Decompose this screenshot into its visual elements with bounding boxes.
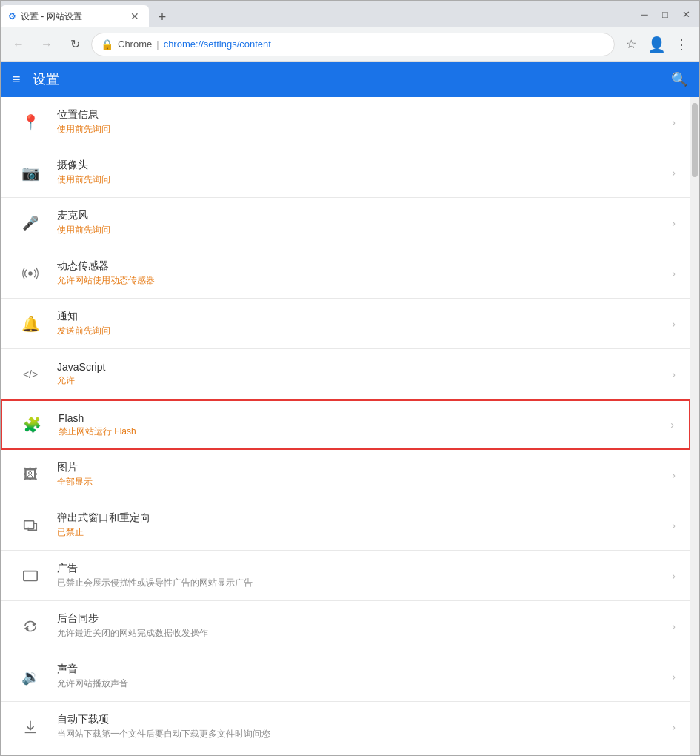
arrow-icon-sensor: › bbox=[672, 268, 676, 279]
item-subtitle-sensor: 允许网站使用动态传感器 bbox=[57, 274, 672, 287]
item-title-javascript: JavaScript bbox=[57, 361, 672, 373]
svg-rect-2 bbox=[24, 571, 37, 580]
item-subtitle-flash: 禁止网站运行 Flash bbox=[59, 425, 670, 438]
arrow-icon-location: › bbox=[672, 116, 676, 128]
profile-button[interactable]: 👤 bbox=[644, 33, 668, 56]
settings-header: ≡ 设置 🔍 bbox=[1, 62, 699, 97]
minimize-button[interactable]: ─ bbox=[634, 4, 655, 24]
maximize-button[interactable]: □ bbox=[655, 4, 676, 24]
address-bar[interactable]: 🔒 Chrome | chrome://settings/content bbox=[91, 33, 615, 56]
sound-icon: 🔉 bbox=[16, 668, 45, 686]
location-icon: 📍 bbox=[16, 113, 45, 131]
javascript-icon: </> bbox=[16, 368, 45, 380]
tab-title: 设置 - 网站设置 bbox=[21, 10, 82, 23]
item-content-microphone: 麦克风 使用前先询问 bbox=[57, 209, 672, 236]
menu-button[interactable]: ⋮ bbox=[670, 33, 693, 56]
content-area: 📍 位置信息 使用前先询问 › 📷 摄像头 使用前先询问 › 🎤 bbox=[1, 97, 699, 755]
settings-item-sound[interactable]: 🔉 声音 允许网站播放声音 › bbox=[1, 651, 690, 702]
window-controls: ─ □ ✕ bbox=[634, 1, 699, 27]
bell-icon: 🔔 bbox=[16, 315, 45, 333]
item-subtitle-javascript: 允许 bbox=[57, 374, 672, 387]
address-url: chrome://settings/content bbox=[164, 39, 271, 50]
item-title-notifications: 通知 bbox=[57, 310, 672, 323]
settings-item-microphone[interactable]: 🎤 麦克风 使用前先询问 › bbox=[1, 198, 690, 248]
arrow-icon-microphone: › bbox=[672, 217, 676, 229]
title-bar: ⚙ 设置 - 网站设置 ✕ + ─ □ ✕ bbox=[1, 1, 699, 27]
active-tab[interactable]: ⚙ 设置 - 网站设置 ✕ bbox=[1, 5, 149, 27]
address-separator: | bbox=[156, 39, 159, 50]
settings-item-camera[interactable]: 📷 摄像头 使用前先询问 › bbox=[1, 147, 690, 198]
settings-item-downloads[interactable]: 自动下载项 当网站下载第一个文件后要自动下载更多文件时询问您 › bbox=[1, 702, 690, 752]
item-subtitle-sync: 允许最近关闭的网站完成数据收发操作 bbox=[57, 627, 672, 640]
ads-icon bbox=[16, 568, 45, 584]
settings-item-notifications[interactable]: 🔔 通知 发送前先询问 › bbox=[1, 299, 690, 349]
bookmark-button[interactable]: ☆ bbox=[619, 33, 643, 56]
camera-icon: 📷 bbox=[16, 164, 45, 182]
item-subtitle-sound: 允许网站播放声音 bbox=[57, 677, 672, 690]
settings-item-sensor[interactable]: 动态传感器 允许网站使用动态传感器 › bbox=[1, 248, 690, 299]
popup-icon bbox=[16, 517, 45, 534]
item-title-sensor: 动态传感器 bbox=[57, 259, 672, 273]
tab-close-button[interactable]: ✕ bbox=[128, 10, 141, 23]
item-title-flash: Flash bbox=[59, 412, 670, 424]
svg-rect-1 bbox=[24, 520, 34, 528]
tab-favicon: ⚙ bbox=[8, 11, 16, 21]
arrow-icon-ads: › bbox=[672, 570, 676, 582]
hamburger-icon[interactable]: ≡ bbox=[13, 72, 21, 87]
settings-list: 📍 位置信息 使用前先询问 › 📷 摄像头 使用前先询问 › 🎤 bbox=[1, 97, 690, 755]
new-tab-button[interactable]: + bbox=[152, 7, 173, 27]
settings-item-plugins[interactable]: 🧩 未经过沙盒屏蔽的插件访问 当网站要使用插件访问您的计算机时询问您 › bbox=[1, 752, 690, 755]
settings-item-images[interactable]: 🖼 图片 全部显示 › bbox=[1, 450, 690, 500]
item-subtitle-notifications: 发送前先询问 bbox=[57, 325, 672, 337]
item-content-sound: 声音 允许网站播放声音 bbox=[57, 663, 672, 690]
item-title-ads: 广告 bbox=[57, 562, 672, 575]
item-content-images: 图片 全部显示 bbox=[57, 461, 672, 488]
item-content-sensor: 动态传感器 允许网站使用动态传感器 bbox=[57, 259, 672, 287]
tab-bar: ⚙ 设置 - 网站设置 ✕ + bbox=[1, 1, 173, 27]
arrow-icon-sound: › bbox=[672, 671, 676, 683]
item-title-microphone: 麦克风 bbox=[57, 209, 672, 222]
address-brand: Chrome bbox=[118, 39, 152, 50]
item-content-flash: Flash 禁止网站运行 Flash bbox=[59, 412, 670, 438]
item-subtitle-images: 全部显示 bbox=[57, 476, 672, 488]
scrollbar[interactable] bbox=[690, 97, 699, 755]
item-subtitle-microphone: 使用前先询问 bbox=[57, 224, 672, 236]
item-content-notifications: 通知 发送前先询问 bbox=[57, 310, 672, 337]
refresh-button[interactable]: ↻ bbox=[63, 33, 87, 56]
item-content-location: 位置信息 使用前先询问 bbox=[57, 108, 672, 136]
settings-item-sync[interactable]: 后台同步 允许最近关闭的网站完成数据收发操作 › bbox=[1, 601, 690, 651]
svg-point-0 bbox=[28, 271, 33, 276]
images-icon: 🖼 bbox=[16, 466, 45, 483]
item-subtitle-downloads: 当网站下载第一个文件后要自动下载更多文件时询问您 bbox=[57, 728, 672, 740]
item-title-popups: 弹出式窗口和重定向 bbox=[57, 511, 672, 525]
item-content-camera: 摄像头 使用前先询问 bbox=[57, 159, 672, 186]
settings-title: 设置 bbox=[33, 70, 59, 88]
scrollbar-thumb[interactable] bbox=[692, 103, 698, 177]
item-subtitle-ads: 已禁止会展示侵扰性或误导性广告的网站显示广告 bbox=[57, 577, 672, 589]
settings-item-popups[interactable]: 弹出式窗口和重定向 已禁止 › bbox=[1, 500, 690, 551]
back-button[interactable]: ← bbox=[7, 33, 30, 56]
arrow-icon-sync: › bbox=[672, 620, 676, 632]
settings-item-javascript[interactable]: </> JavaScript 允许 › bbox=[1, 349, 690, 399]
browser-window: ⚙ 设置 - 网站设置 ✕ + ─ □ ✕ ← → ↻ 🔒 Chrome | c… bbox=[0, 0, 700, 756]
item-content-sync: 后台同步 允许最近关闭的网站完成数据收发操作 bbox=[57, 612, 672, 640]
arrow-icon-downloads: › bbox=[672, 721, 676, 733]
sync-icon bbox=[16, 618, 45, 634]
arrow-icon-images: › bbox=[672, 469, 676, 481]
forward-button[interactable]: → bbox=[35, 33, 59, 56]
item-content-downloads: 自动下载项 当网站下载第一个文件后要自动下载更多文件时询问您 bbox=[57, 713, 672, 740]
navigation-bar: ← → ↻ 🔒 Chrome | chrome://settings/conte… bbox=[1, 27, 699, 62]
settings-item-flash[interactable]: 🧩 Flash 禁止网站运行 Flash › bbox=[1, 399, 690, 450]
microphone-icon: 🎤 bbox=[16, 215, 45, 231]
item-title-location: 位置信息 bbox=[57, 108, 672, 122]
security-icon: 🔒 bbox=[101, 39, 113, 50]
arrow-icon-flash: › bbox=[670, 419, 674, 431]
arrow-icon-popups: › bbox=[672, 520, 676, 531]
item-title-camera: 摄像头 bbox=[57, 159, 672, 172]
arrow-icon-notifications: › bbox=[672, 318, 676, 330]
settings-item-location[interactable]: 📍 位置信息 使用前先询问 › bbox=[1, 97, 690, 147]
settings-item-ads[interactable]: 广告 已禁止会展示侵扰性或误导性广告的网站显示广告 › bbox=[1, 551, 690, 601]
item-subtitle-camera: 使用前先询问 bbox=[57, 173, 672, 186]
close-button[interactable]: ✕ bbox=[676, 4, 696, 24]
search-icon[interactable]: 🔍 bbox=[671, 71, 687, 87]
